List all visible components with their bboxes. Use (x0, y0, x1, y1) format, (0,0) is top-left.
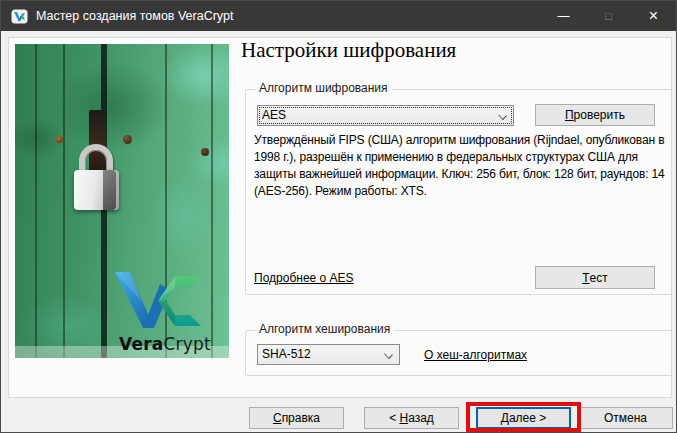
help-button-label: правка (282, 411, 320, 425)
more-about-aes-link[interactable]: Подробнее о AES (254, 271, 354, 285)
window-title: Мастер создания томов VeraCrypt (36, 1, 234, 31)
algorithm-description: Утверждённый FIPS (США) алгоритм шифрова… (254, 132, 665, 200)
chevron-down-icon (384, 350, 393, 359)
benchmark-button-label: роверить (574, 108, 625, 122)
veracrypt-app-icon (11, 8, 28, 25)
back-button[interactable]: < Назад (364, 407, 459, 429)
maximize-button: □ (586, 1, 631, 31)
hash-algorithm-group: Алгоритм хеширования SHA-512 О хеш-алгор… (245, 330, 672, 376)
back-button-accesskey: Н (399, 411, 408, 425)
encryption-algorithm-select[interactable]: AES (257, 105, 514, 126)
close-button[interactable]: × (631, 1, 676, 31)
padlock-body (74, 170, 119, 210)
description-line: защиты важнейшей информации. Ключ: 256 б… (254, 166, 665, 183)
maximize-icon: □ (605, 10, 612, 22)
back-button-prefix: < (389, 411, 399, 425)
bolt (201, 148, 209, 156)
encryption-group-label: Алгоритм шифрования (255, 81, 392, 95)
veracrypt-wizard-window: Мастер создания томов VeraCrypt — □ × (0, 0, 677, 433)
benchmark-button[interactable]: Проверить (535, 104, 655, 126)
page-title: Настройки шифрования (241, 38, 456, 63)
hash-group-label: Алгоритм хеширования (255, 322, 394, 336)
veracrypt-logo-text: VeraCrypt (119, 334, 211, 354)
veracrypt-logo-mark (113, 270, 205, 332)
test-button-accesskey: Т (582, 271, 589, 285)
description-line: 1998 г.), разрешён к применению в федера… (254, 149, 665, 166)
test-button-label: ест (590, 271, 608, 285)
cancel-button[interactable]: Отмена (578, 407, 673, 429)
description-line: (AES-256). Режим работы: XTS. (254, 183, 665, 200)
next-button-label: алее > (509, 411, 546, 425)
chevron-down-icon (498, 111, 507, 120)
minimize-icon: — (558, 9, 570, 23)
bolt (56, 136, 63, 143)
plank-line (63, 44, 65, 358)
encryption-algorithm-group: Алгоритм шифрования AES Проверить Утверж… (245, 89, 672, 295)
help-button[interactable]: Справка (249, 407, 344, 429)
door-padlock-photo: VeraCrypt (15, 44, 229, 358)
bolt (123, 135, 132, 144)
minimize-button[interactable]: — (541, 1, 586, 31)
titlebar[interactable]: Мастер создания томов VeraCrypt — □ × (1, 1, 676, 31)
hash-info-link[interactable]: О хеш-алгоритмах (424, 348, 527, 362)
veracrypt-logo: VeraCrypt (113, 270, 223, 354)
logo-text-bold: Vera (119, 334, 163, 354)
encryption-algorithm-value: AES (262, 108, 286, 122)
next-button[interactable]: Далее > (476, 407, 571, 429)
hash-algorithm-select[interactable]: SHA-512 (257, 344, 400, 365)
test-button[interactable]: Тест (535, 266, 655, 289)
benchmark-button-accesskey: П (565, 108, 574, 122)
description-line: Утверждённый FIPS (США) алгоритм шифрова… (254, 132, 665, 149)
hash-algorithm-value: SHA-512 (262, 347, 311, 361)
cancel-button-label: Отмена (604, 411, 647, 425)
help-button-accesskey: С (273, 411, 282, 425)
next-button-accesskey: Д (501, 411, 509, 425)
back-button-label: азад (408, 411, 434, 425)
plank-line (35, 44, 37, 358)
close-icon: × (649, 7, 658, 25)
logo-text-regular: Crypt (163, 334, 210, 354)
